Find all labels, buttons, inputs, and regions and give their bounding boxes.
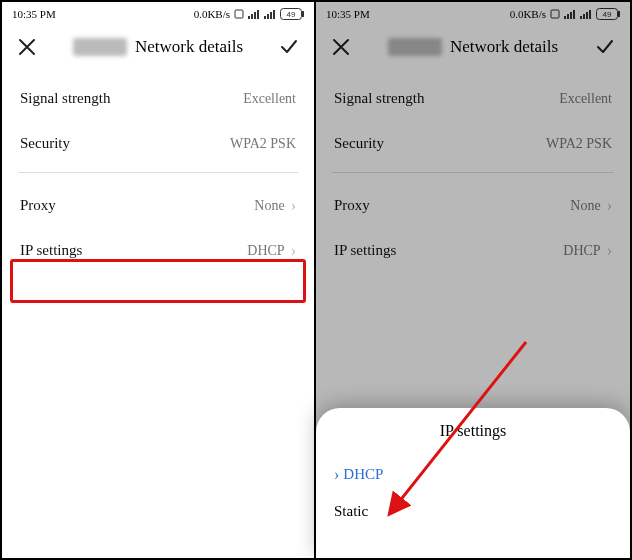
value-ip-text: DHCP — [247, 243, 284, 259]
divider — [18, 172, 298, 173]
svg-rect-11 — [551, 10, 559, 18]
status-time: 10:35 PM — [12, 8, 56, 20]
signal-icon-2 — [580, 9, 592, 19]
title-wrap: Network details — [352, 37, 594, 57]
net-rate: 0.0KB/s — [194, 8, 230, 20]
value-proxy-text: None — [570, 198, 600, 214]
status-time: 10:35 PM — [326, 8, 370, 20]
row-security: Security WPA2 PSK — [332, 121, 614, 166]
svg-rect-19 — [589, 10, 591, 19]
svg-rect-12 — [564, 16, 566, 19]
tutorial-side-by-side: 10:35 PM 0.0KB/s 49 — [0, 0, 632, 560]
svg-rect-14 — [570, 12, 572, 19]
chevron-right-icon: › — [607, 243, 612, 259]
content: Signal strength Excellent Security WPA2 … — [2, 72, 314, 273]
value-signal: Excellent — [559, 91, 612, 107]
chevron-right-icon: › — [291, 243, 296, 259]
svg-rect-7 — [270, 12, 272, 19]
svg-rect-5 — [264, 16, 266, 19]
sim-icon — [234, 9, 244, 19]
row-signal-strength: Signal strength Excellent — [18, 76, 298, 121]
row-ip-settings[interactable]: IP settings DHCP › — [332, 228, 614, 273]
row-security: Security WPA2 PSK — [18, 121, 298, 166]
value-signal: Excellent — [243, 91, 296, 107]
sheet-title: IP settings — [334, 422, 612, 440]
svg-rect-13 — [567, 14, 569, 19]
label-proxy: Proxy — [20, 197, 56, 214]
battery-icon: 49 — [280, 8, 304, 20]
value-ip-text: DHCP — [563, 243, 600, 259]
sheet-option-static[interactable]: Static — [334, 493, 612, 530]
ssid-redacted — [388, 38, 442, 56]
value-security: WPA2 PSK — [230, 136, 296, 152]
label-signal: Signal strength — [334, 90, 424, 107]
net-rate: 0.0KB/s — [510, 8, 546, 20]
battery-text: 49 — [287, 10, 296, 19]
bottom-sheet-ip-settings: IP settings › DHCP Static — [316, 408, 630, 558]
label-ip: IP settings — [20, 242, 82, 259]
svg-rect-8 — [273, 10, 275, 19]
close-icon[interactable] — [16, 36, 38, 58]
svg-rect-4 — [257, 10, 259, 19]
label-security: Security — [20, 135, 70, 152]
svg-rect-18 — [586, 12, 588, 19]
svg-rect-1 — [248, 16, 250, 19]
sheet-option-dhcp-label: DHCP — [343, 466, 383, 483]
close-icon[interactable] — [330, 36, 352, 58]
divider — [332, 172, 614, 173]
signal-icon-2 — [264, 9, 276, 19]
svg-rect-0 — [235, 10, 243, 18]
svg-rect-21 — [618, 11, 620, 17]
row-proxy[interactable]: Proxy None › — [18, 183, 298, 228]
signal-icon — [248, 9, 260, 19]
value-proxy: None › — [570, 198, 612, 214]
svg-text:49: 49 — [603, 10, 612, 19]
header: Network details — [2, 26, 314, 72]
status-bar: 10:35 PM 0.0KB/s 49 — [316, 2, 630, 26]
svg-rect-16 — [580, 16, 582, 19]
row-signal-strength: Signal strength Excellent — [332, 76, 614, 121]
row-ip-settings[interactable]: IP settings DHCP › — [18, 228, 298, 273]
confirm-icon[interactable] — [278, 36, 300, 58]
chevron-right-icon: › — [334, 467, 339, 483]
confirm-icon[interactable] — [594, 36, 616, 58]
chevron-right-icon: › — [291, 198, 296, 214]
sheet-option-static-label: Static — [334, 503, 368, 520]
header: Network details — [316, 26, 630, 72]
row-proxy[interactable]: Proxy None › — [332, 183, 614, 228]
battery-icon: 49 — [596, 8, 620, 20]
svg-rect-17 — [583, 14, 585, 19]
value-security: WPA2 PSK — [546, 136, 612, 152]
title-wrap: Network details — [38, 37, 278, 57]
value-ip: DHCP › — [563, 243, 612, 259]
svg-rect-6 — [267, 14, 269, 19]
svg-rect-10 — [302, 11, 304, 17]
value-proxy: None › — [254, 198, 296, 214]
page-title: Network details — [450, 37, 558, 57]
svg-rect-15 — [573, 10, 575, 19]
signal-icon — [564, 9, 576, 19]
content: Signal strength Excellent Security WPA2 … — [316, 72, 630, 273]
status-bar: 10:35 PM 0.0KB/s 49 — [2, 2, 314, 26]
value-ip: DHCP › — [247, 243, 296, 259]
svg-rect-3 — [254, 12, 256, 19]
sim-icon — [550, 9, 560, 19]
ssid-redacted — [73, 38, 127, 56]
page-title: Network details — [135, 37, 243, 57]
value-proxy-text: None — [254, 198, 284, 214]
svg-rect-2 — [251, 14, 253, 19]
label-signal: Signal strength — [20, 90, 110, 107]
pane-left: 10:35 PM 0.0KB/s 49 — [2, 2, 316, 558]
label-proxy: Proxy — [334, 197, 370, 214]
pane-right: 10:35 PM 0.0KB/s 49 — [316, 2, 630, 558]
label-ip: IP settings — [334, 242, 396, 259]
chevron-right-icon: › — [607, 198, 612, 214]
status-right: 0.0KB/s 49 — [194, 8, 304, 20]
sheet-option-dhcp[interactable]: › DHCP — [334, 456, 612, 493]
label-security: Security — [334, 135, 384, 152]
status-right: 0.0KB/s 49 — [510, 8, 620, 20]
